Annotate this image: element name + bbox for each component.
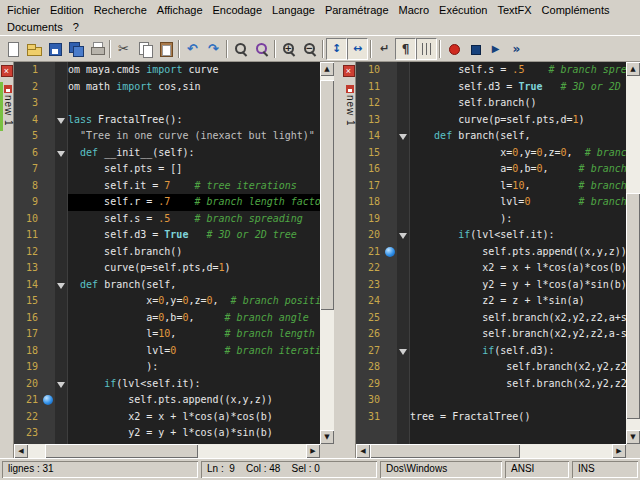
fold-margin[interactable]	[55, 112, 68, 129]
fold-margin[interactable]	[397, 79, 410, 96]
bookmark-margin[interactable]	[384, 194, 397, 211]
redo-button[interactable]: ↷	[203, 38, 224, 60]
fold-open-icon[interactable]	[399, 233, 407, 239]
fold-margin[interactable]	[55, 128, 68, 145]
code-line[interactable]: 17 l=10, # branch length	[356, 178, 626, 195]
bookmark-margin[interactable]	[42, 161, 55, 178]
hscroll-track[interactable]	[28, 444, 306, 458]
fold-margin[interactable]	[55, 277, 68, 294]
code-line[interactable]: 22 x2 = x + l*cos(a)*cos(b)	[14, 409, 320, 426]
fold-margin[interactable]	[55, 194, 68, 211]
code-line[interactable]: 19 ):	[356, 211, 626, 228]
scroll-up-button[interactable]: ▲	[626, 62, 640, 76]
menu-edition[interactable]: Edition	[45, 3, 89, 17]
menu-compl-ments[interactable]: Compléments	[537, 3, 615, 17]
fold-margin[interactable]	[397, 392, 410, 409]
fold-margin[interactable]	[397, 145, 410, 162]
code-line[interactable]: 2om math import cos,sin	[14, 79, 320, 96]
bookmark-margin[interactable]	[42, 376, 55, 393]
tab-new-1[interactable]: new 1	[0, 82, 13, 131]
fold-margin[interactable]	[397, 343, 410, 360]
fold-margin[interactable]	[397, 194, 410, 211]
scroll-left-button[interactable]: ◀	[356, 444, 370, 458]
code-line[interactable]: 15 x=0,y=0,z=0, # branch position	[356, 145, 626, 162]
code-line[interactable]: 1om maya.cmds import curve	[14, 62, 320, 79]
bookmark-margin[interactable]	[384, 392, 397, 409]
code-line[interactable]: 14 def branch(self,	[14, 277, 320, 294]
menu-documents[interactable]: Documents	[2, 20, 68, 34]
bookmark-margin[interactable]	[384, 310, 397, 327]
fold-margin[interactable]	[55, 310, 68, 327]
fold-margin[interactable]	[397, 376, 410, 393]
bookmark-margin[interactable]	[384, 343, 397, 360]
code-line[interactable]: 13 curve(p=self.pts,d=1)	[14, 260, 320, 277]
fold-margin[interactable]	[55, 376, 68, 393]
menu-textfx[interactable]: TextFX	[492, 3, 536, 17]
find-button[interactable]	[230, 38, 251, 60]
fold-margin[interactable]	[55, 260, 68, 277]
fold-margin[interactable]	[55, 409, 68, 426]
bookmark-margin[interactable]	[42, 310, 55, 327]
menu-help[interactable]: ?	[68, 20, 84, 34]
bookmark-margin[interactable]	[384, 359, 397, 376]
code-line[interactable]: 31tree = FractalTree()	[356, 409, 626, 426]
code-line[interactable]: 17 l=10, # branch length	[14, 326, 320, 343]
code-line[interactable]: 15 x=0,y=0,z=0, # branch position	[14, 293, 320, 310]
close-tab-button[interactable]: ×	[343, 65, 355, 77]
bookmark-margin[interactable]	[42, 227, 55, 244]
fold-margin[interactable]	[397, 409, 410, 426]
replace-button[interactable]	[251, 38, 272, 60]
bookmark-margin[interactable]	[384, 112, 397, 129]
code-line[interactable]: 29 self.branch(x2,y2,z2,a	[356, 376, 626, 393]
code-editor[interactable]: 1om maya.cmds import curve2om math impor…	[14, 62, 320, 444]
code-line[interactable]: 4lass FractalTree():	[14, 112, 320, 129]
hscroll-thumb[interactable]	[45, 444, 198, 458]
bookmark-margin[interactable]	[42, 425, 55, 442]
fold-margin[interactable]	[55, 145, 68, 162]
bookmark-margin[interactable]	[384, 62, 397, 79]
fold-open-icon[interactable]	[57, 151, 65, 157]
fold-margin[interactable]	[55, 244, 68, 261]
code-line[interactable]: 18 lvl=0 # branch iteration	[14, 343, 320, 360]
fold-margin[interactable]	[55, 95, 68, 112]
status-eol-format[interactable]: Dos\Windows	[380, 461, 502, 478]
vertical-scrollbar[interactable]: ▲ ▼	[626, 62, 640, 458]
fold-margin[interactable]	[55, 359, 68, 376]
macro-stop-button[interactable]	[464, 38, 485, 60]
fold-margin[interactable]	[55, 227, 68, 244]
code-line[interactable]: 30	[356, 392, 626, 409]
code-line[interactable]: 24 z2 = z + l*sin(a)	[356, 293, 626, 310]
bookmark-margin[interactable]	[384, 376, 397, 393]
code-line[interactable]: 16 a=0,b=0, # branch angle	[14, 310, 320, 327]
status-encoding[interactable]: ANSI	[505, 461, 569, 478]
fold-margin[interactable]	[397, 112, 410, 129]
fold-margin[interactable]	[55, 293, 68, 310]
fold-margin[interactable]	[397, 161, 410, 178]
bookmark-margin[interactable]	[42, 112, 55, 129]
scroll-right-button[interactable]: ▶	[612, 444, 626, 458]
fold-margin[interactable]	[397, 310, 410, 327]
fold-open-icon[interactable]	[57, 283, 65, 289]
fold-margin[interactable]	[55, 211, 68, 228]
code-line[interactable]: 12 self.branch()	[14, 244, 320, 261]
code-line[interactable]: 7 self.pts = []	[14, 161, 320, 178]
code-line[interactable]: 11 self.d3 = True # 3D or 2D tree	[14, 227, 320, 244]
code-line[interactable]: 13 curve(p=self.pts,d=1)	[356, 112, 626, 129]
fold-margin[interactable]	[397, 260, 410, 277]
bookmark-margin[interactable]	[42, 194, 55, 211]
zoom-in-button[interactable]	[278, 38, 299, 60]
bookmark-margin[interactable]	[384, 79, 397, 96]
menu-encodage[interactable]: Encodage	[208, 3, 268, 17]
code-line[interactable]: 6 def __init__(self):	[14, 145, 320, 162]
code-line[interactable]: 23 y2 = y + l*cos(a)*sin(b)	[14, 425, 320, 442]
bookmark-margin[interactable]	[42, 293, 55, 310]
print-button[interactable]	[86, 38, 107, 60]
scroll-down-button[interactable]: ▼	[320, 430, 334, 444]
scroll-right-button[interactable]: ▶	[306, 444, 320, 458]
scroll-up-button[interactable]: ▲	[320, 62, 334, 76]
menu-langage[interactable]: Langage	[267, 3, 320, 17]
undo-button[interactable]: ↶	[182, 38, 203, 60]
bookmark-margin[interactable]	[42, 359, 55, 376]
new-file-button[interactable]	[2, 38, 23, 60]
fold-margin[interactable]	[397, 211, 410, 228]
